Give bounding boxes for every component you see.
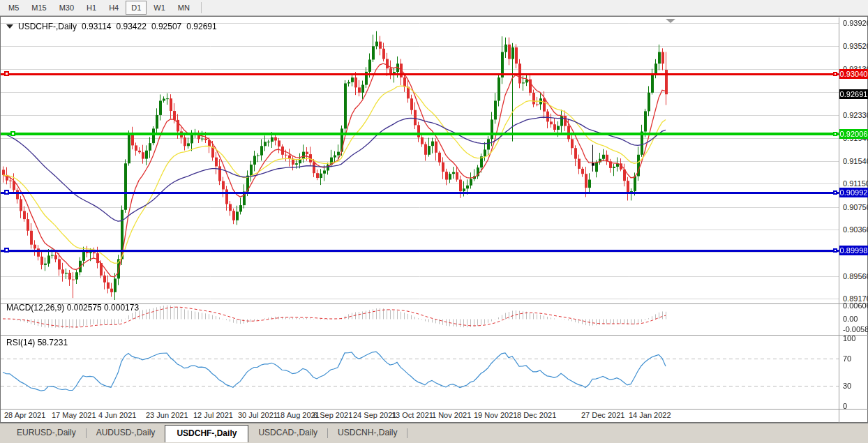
rsi-axis-label: 0 — [843, 402, 847, 410]
date-label: 14 Jan 2022 — [629, 411, 671, 419]
timeframe-button-h4[interactable]: H4 — [103, 1, 124, 15]
tab-eurusd[interactable]: EURUSD-,Daily — [7, 426, 86, 440]
chart-symbol: USDCHF-,Daily — [18, 22, 77, 31]
macd-axis-label: -0.00586 — [843, 325, 868, 333]
price-badge-support-mid: 0.92006 — [839, 129, 868, 139]
price-grid-label: 0.89560 — [843, 272, 868, 280]
symbol-dropdown-icon[interactable] — [6, 24, 13, 29]
macd-indicator-label: MACD(12,26,9) 0.002575 0.000173 — [6, 303, 139, 313]
price-badge-support-deep: 0.89998 — [839, 246, 868, 255]
date-label: 19 Nov 2021 — [474, 411, 517, 419]
macd-axis-label: 0.00 — [843, 315, 858, 323]
tab-usdchf[interactable]: USDCHF-,Daily — [165, 425, 248, 442]
date-label: 27 Dec 2021 — [581, 411, 624, 419]
macd-axis-label: 0.006068 — [843, 301, 868, 310]
rsi-axis-label: 70 — [843, 354, 851, 363]
price-grid-label: 0.92330 — [843, 111, 868, 119]
date-label: 23 Jun 2021 — [146, 411, 188, 419]
date-label: 30 Jul 2021 — [238, 411, 278, 419]
hline-handle[interactable] — [10, 131, 15, 136]
price-grid-label: 0.93520 — [843, 42, 868, 50]
timeframe-button-m15[interactable]: M15 — [26, 1, 52, 15]
tab-divider — [407, 428, 407, 438]
price-grid-label: 0.90750 — [843, 203, 868, 211]
scroll-anchor-icon[interactable] — [666, 19, 675, 23]
tab-usdcad[interactable]: USDCAD-,Daily — [248, 426, 327, 440]
date-axis[interactable]: 28 Apr 202117 May 20214 Jun 202123 Jun 2… — [1, 410, 839, 422]
chart-title: USDCHF-,Daily 0.93114 0.93422 0.92507 0.… — [6, 22, 217, 31]
hline-axis-handle — [833, 132, 837, 136]
price-badge-resistance: 0.93040 — [839, 69, 868, 79]
date-label: 1 Nov 2021 — [432, 411, 471, 419]
hline-resistance[interactable] — [1, 73, 839, 75]
price-grid-label: 0.90360 — [843, 225, 868, 234]
tab-audusd[interactable]: AUDUSD-,Daily — [87, 426, 165, 440]
hline-handle[interactable] — [4, 190, 9, 195]
timeframe-toolbar: M5M15M30H1H4D1W1MN — [0, 0, 868, 16]
date-label: 8 Dec 2021 — [517, 411, 556, 419]
timeframe-button-h1[interactable]: H1 — [81, 1, 102, 15]
date-label: 28 Apr 2021 — [4, 411, 45, 419]
ohlc-open: 0.93114 — [82, 22, 112, 31]
rsi-axis-label: 100 — [843, 334, 855, 343]
date-label: 24 Sep 2021 — [353, 411, 396, 419]
hline-handle[interactable] — [4, 71, 9, 76]
toolbar-divider — [201, 2, 202, 13]
pane-separator — [1, 335, 868, 336]
date-label: 13 Oct 2021 — [391, 411, 433, 419]
price-badge-support-low: 0.90992 — [839, 188, 868, 197]
hline-support-mid[interactable] — [1, 133, 839, 135]
price-chart-canvas[interactable] — [1, 17, 839, 409]
hline-axis-handle — [833, 190, 837, 195]
hline-axis-handle — [833, 72, 837, 76]
timeframe-button-m30[interactable]: M30 — [54, 1, 80, 15]
price-grid-label: 0.91150 — [843, 179, 868, 188]
ohlc-close: 0.92691 — [186, 22, 216, 31]
hline-axis-handle — [833, 248, 837, 253]
price-grid-label: 0.91540 — [843, 157, 868, 165]
date-label: 4 Jun 2021 — [98, 411, 136, 419]
chart-window: USDCHF-,Daily 0.93114 0.93422 0.92507 0.… — [0, 16, 868, 423]
date-label: 6 Sep 2021 — [313, 411, 352, 419]
hline-support-low[interactable] — [1, 192, 839, 194]
date-label: 12 Jul 2021 — [193, 411, 233, 419]
symbol-tab-bar: EURUSD-,DailyAUDUSD-,DailyUSDCHF-,DailyU… — [0, 423, 868, 443]
rsi-axis-label: 30 — [843, 382, 851, 390]
tab-usdcnh[interactable]: USDCNH-,Daily — [328, 426, 407, 440]
hline-support-deep[interactable] — [1, 250, 839, 252]
hline-handle[interactable] — [4, 248, 9, 253]
trading-terminal: M5M15M30H1H4D1W1MN USDCHF-,Daily 0.93114… — [0, 0, 868, 443]
timeframe-button-w1[interactable]: W1 — [148, 1, 171, 15]
rsi-indicator-label: RSI(14) 58.7231 — [6, 338, 68, 347]
timeframe-button-mn[interactable]: MN — [172, 1, 195, 15]
current-price-badge: 0.92691 — [839, 89, 868, 99]
date-label: 17 May 2021 — [52, 411, 96, 419]
price-grid-label: 0.93920 — [843, 19, 868, 27]
ohlc-low: 0.92507 — [151, 22, 181, 31]
timeframe-button-m5[interactable]: M5 — [3, 1, 24, 15]
timeframe-button-d1[interactable]: D1 — [126, 1, 147, 15]
ohlc-high: 0.93422 — [117, 22, 147, 31]
